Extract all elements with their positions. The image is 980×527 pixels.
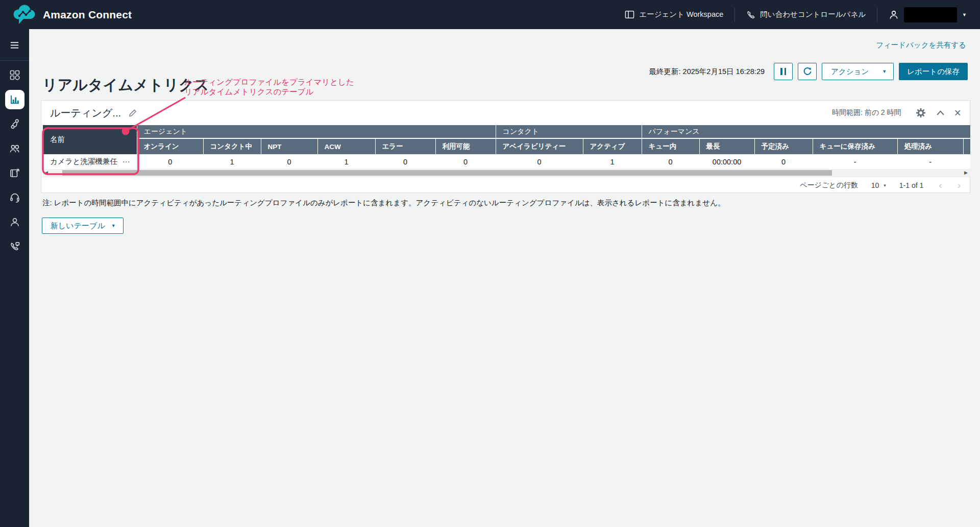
metric-value-cell — [963, 154, 970, 169]
column-header: NPT — [261, 138, 317, 154]
menu-icon[interactable] — [5, 35, 25, 55]
close-icon[interactable]: × — [954, 107, 961, 119]
metric-value-cell: 1 — [317, 154, 375, 169]
column-header: キュー内 — [642, 138, 699, 154]
metrics-widget-card: ルーティング... 時間範囲: 前の 2 時間 — [41, 100, 970, 193]
phone-message-icon — [9, 241, 20, 252]
name-column-header: 名前 — [43, 125, 137, 154]
group-header: エージェント — [137, 125, 496, 138]
metric-value-cell: - — [897, 154, 963, 169]
metric-value-cell: 0 — [261, 154, 317, 169]
rows-per-page-select[interactable]: 10 ▾ — [871, 181, 886, 189]
group-header: コンタクト — [496, 125, 642, 138]
annotation-text-line1: ルーティングプロファイルをプライマリとした — [184, 77, 354, 87]
metric-value-cell: 00:00:00 — [699, 154, 754, 169]
refresh-button[interactable] — [798, 63, 817, 80]
prev-page-icon[interactable]: ‹ — [939, 180, 942, 190]
scroll-right-icon[interactable]: ▶ — [964, 169, 968, 177]
scroll-left-icon[interactable]: ◀ — [44, 169, 48, 177]
contact-control-panel-link[interactable]: 問い合わせコントロールパネル — [746, 10, 866, 19]
actions-button[interactable]: アクション ▼ — [822, 63, 894, 80]
pagination-controls: ‹ › — [939, 180, 961, 190]
save-report-button[interactable]: レポートの保存 — [899, 63, 968, 80]
metrics-table: 名前エージェントコンタクトパフォーマンスオンラインコンタクト中NPTACWエラー… — [43, 125, 970, 169]
sidebar-item-routing[interactable] — [5, 114, 25, 134]
sidebar-item-calls[interactable] — [5, 236, 25, 257]
metric-value-cell: - — [813, 154, 897, 169]
sidebar-item-directory[interactable] — [5, 163, 25, 183]
settings-gear-icon[interactable] — [915, 107, 926, 118]
pause-button[interactable] — [774, 63, 793, 80]
horizontal-scrollbar[interactable]: ◀ ▶ — [43, 169, 970, 177]
table-row: カメラと洗濯機兼任⋯01010001000:00:000-- — [43, 154, 970, 169]
sidebar-divider — [0, 60, 29, 61]
new-table-button[interactable]: 新しいテーブル ▼ — [42, 218, 124, 234]
brand-title: Amazon Connect — [43, 9, 132, 21]
person-icon — [9, 217, 20, 228]
phone-icon — [746, 10, 755, 19]
column-header: ACW — [317, 138, 375, 154]
column-header: 処理済み — [897, 138, 963, 154]
column-header: 予定済み — [754, 138, 813, 154]
routing-profile-name: カメラと洗濯機兼任 — [50, 157, 117, 166]
scrollbar-thumb[interactable] — [62, 170, 832, 176]
user-menu[interactable]: ▼ — [889, 7, 967, 22]
metric-value-cell: 0 — [754, 154, 813, 169]
flows-icon — [9, 118, 20, 130]
edit-pencil-icon[interactable] — [128, 109, 137, 117]
save-report-label: レポートの保存 — [907, 67, 960, 77]
sidebar — [0, 29, 29, 527]
caret-down-icon: ▾ — [884, 183, 886, 188]
sidebar-item-support[interactable] — [5, 187, 25, 208]
sidebar-item-dashboard[interactable] — [5, 65, 25, 85]
bar-chart-icon — [9, 94, 20, 105]
share-feedback-link[interactable]: フィードバックを共有する — [876, 40, 966, 50]
widget-header: ルーティング... 時間範囲: 前の 2 時間 — [41, 101, 970, 125]
column-header: AH — [963, 138, 970, 154]
active-item-highlight — [5, 90, 24, 109]
app-canvas: Amazon Connect エージェント Workspace 問い合わせコント… — [0, 0, 980, 527]
metric-value-cell: 0 — [435, 154, 496, 169]
collapse-chevron-up-icon[interactable] — [936, 110, 945, 116]
topbar-divider — [877, 8, 877, 22]
column-header: アクティブ — [583, 138, 642, 154]
sidebar-item-metrics[interactable] — [5, 89, 25, 110]
topbar-nav: エージェント Workspace 問い合わせコントロールパネル ▼ — [625, 7, 967, 22]
column-header: コンタクト中 — [203, 138, 261, 154]
user-icon — [889, 10, 899, 20]
sidebar-item-profile[interactable] — [5, 212, 25, 232]
widget-header-actions: 時間範囲: 前の 2 時間 × — [832, 107, 961, 119]
column-header: キューに保存済み — [813, 138, 897, 154]
caret-down-icon: ▼ — [111, 223, 116, 228]
workspace-icon — [625, 10, 634, 19]
user-name-redacted — [904, 7, 957, 22]
topbar-divider — [734, 8, 735, 22]
metric-value-cell: 1 — [583, 154, 642, 169]
metric-value-cell: 0 — [496, 154, 583, 169]
dashboard-icon — [9, 69, 20, 81]
metric-value-cell: 0 — [642, 154, 699, 169]
agent-workspace-link[interactable]: エージェント Workspace — [625, 10, 723, 19]
last-updated-label: 最終更新: 2025年2月15日 16:28:29 — [649, 67, 765, 77]
metrics-table-wrap: 名前エージェントコンタクトパフォーマンスオンラインコンタクト中NPTACWエラー… — [43, 125, 970, 169]
directory-icon — [9, 167, 20, 179]
report-controls: 最終更新: 2025年2月15日 16:28:29 アクション ▼ レポートの保… — [649, 62, 968, 81]
users-icon — [9, 143, 20, 154]
column-header: 最長 — [699, 138, 754, 154]
new-table-label: 新しいテーブル — [51, 221, 105, 231]
widget-title: ルーティング... — [50, 106, 121, 120]
user-caret-icon: ▼ — [962, 12, 967, 17]
sidebar-item-users[interactable] — [5, 138, 25, 159]
group-header: パフォーマンス — [642, 125, 970, 138]
row-name-cell: カメラと洗濯機兼任⋯ — [43, 154, 137, 169]
top-bar: Amazon Connect エージェント Workspace 問い合わせコント… — [0, 0, 980, 29]
caret-down-icon: ▼ — [882, 69, 887, 74]
headset-icon — [9, 192, 20, 203]
column-header: オンライン — [137, 138, 203, 154]
column-header: 利用可能 — [435, 138, 496, 154]
refresh-icon — [803, 67, 812, 76]
row-kebab-menu-icon[interactable]: ⋯ — [121, 157, 132, 166]
pause-icon — [780, 68, 786, 75]
actions-label: アクション — [831, 67, 869, 77]
next-page-icon[interactable]: › — [958, 180, 961, 190]
